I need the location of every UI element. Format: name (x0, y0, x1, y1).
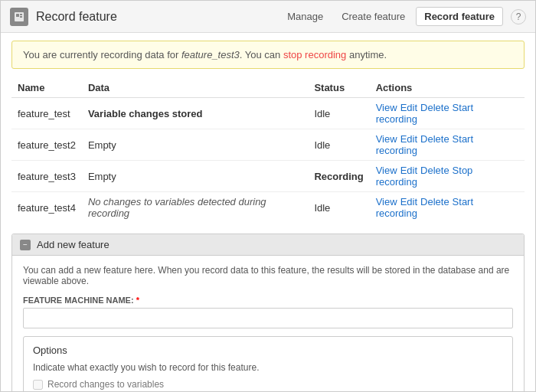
cell-name: feature_test4 (11, 192, 82, 224)
main-window: Record feature Manage Create feature Rec… (0, 0, 536, 392)
options-title: Options (33, 345, 503, 356)
feature-name-label: FEATURE MACHINE NAME: * (23, 296, 513, 305)
svg-rect-0 (15, 12, 24, 21)
add-feature-header[interactable]: − Add new feature (12, 234, 524, 256)
nav-create-feature[interactable]: Create feature (334, 8, 413, 25)
cell-actions: ViewEditDeleteStart recording (370, 129, 525, 161)
col-name: Name (11, 78, 82, 98)
svg-rect-1 (16, 14, 19, 17)
alert-text-after: anytime. (346, 49, 387, 60)
cell-data: No changes to variables detected during … (82, 192, 308, 224)
checkbox-variables[interactable] (33, 380, 43, 390)
cell-data: Empty (82, 161, 308, 192)
cell-data: Empty (82, 129, 308, 161)
cell-name: feature_test2 (11, 129, 82, 161)
svg-rect-2 (20, 14, 22, 15)
cell-status: Idle (308, 192, 369, 224)
nav-bar: Manage Create feature Record feature ? (279, 7, 526, 26)
cell-name: feature_test (11, 98, 82, 129)
nav-record-feature[interactable]: Record feature (416, 7, 503, 26)
add-feature-title: Add new feature (37, 239, 109, 250)
feature-name-input[interactable] (23, 308, 513, 328)
alert-text-before: You are currently recording data for (23, 49, 181, 60)
app-icon (10, 8, 28, 26)
page-title: Record feature (36, 10, 279, 24)
action-delete-0[interactable]: Delete (420, 102, 449, 113)
alert-feature-name: feature_test3 (181, 49, 240, 60)
collapse-icon: − (20, 240, 31, 250)
help-button[interactable]: ? (511, 9, 526, 24)
action-edit-2[interactable]: Edit (400, 165, 417, 176)
table-row: feature_test3EmptyRecordingViewEditDelet… (11, 161, 525, 192)
add-feature-body: You can add a new feature here. When you… (12, 256, 524, 391)
content-area: You are currently recording data for fea… (1, 33, 535, 391)
add-feature-description: You can add a new feature here. When you… (23, 265, 513, 286)
action-edit-3[interactable]: Edit (400, 196, 417, 207)
options-box: Options Indicate what exactly you wish t… (23, 336, 513, 391)
cell-actions: ViewEditDeleteStart recording (370, 192, 525, 224)
cell-data: Variable changes stored (82, 98, 308, 129)
cell-status: Idle (308, 129, 369, 161)
stop-recording-link[interactable]: stop recording (283, 49, 346, 60)
cell-name: feature_test3 (11, 161, 82, 192)
col-actions: Actions (370, 78, 525, 98)
action-view-0[interactable]: View (376, 102, 397, 113)
alert-banner: You are currently recording data for fea… (11, 41, 525, 69)
table-row: feature_test4No changes to variables det… (11, 192, 525, 224)
action-edit-1[interactable]: Edit (400, 133, 417, 145)
svg-rect-3 (20, 16, 22, 18)
table-header-row: Name Data Status Actions (11, 78, 525, 98)
cell-actions: ViewEditDeleteStart recording (370, 98, 525, 129)
col-data: Data (82, 78, 308, 98)
cell-status: Idle (308, 98, 369, 129)
header: Record feature Manage Create feature Rec… (1, 1, 535, 33)
table-row: feature_testVariable changes storedIdleV… (11, 98, 525, 129)
alert-text-middle: . You can (240, 49, 283, 60)
action-view-3[interactable]: View (376, 196, 397, 207)
features-table: Name Data Status Actions feature_testVar… (11, 78, 525, 223)
options-description: Indicate what exactly you wish to record… (33, 362, 503, 373)
table-row: feature_test2EmptyIdleViewEditDeleteStar… (11, 129, 525, 161)
checkbox-variables-label: Record changes to variables (47, 379, 164, 390)
checkbox-variables-row[interactable]: Record changes to variables (33, 379, 503, 390)
action-view-2[interactable]: View (376, 165, 397, 176)
cell-status: Recording (308, 161, 369, 192)
action-delete-1[interactable]: Delete (420, 133, 449, 145)
action-edit-0[interactable]: Edit (400, 102, 417, 113)
action-view-1[interactable]: View (376, 133, 397, 145)
required-indicator: * (136, 296, 139, 305)
action-delete-2[interactable]: Delete (420, 165, 449, 176)
cell-actions: ViewEditDeleteStop recording (370, 161, 525, 192)
add-feature-section: − Add new feature You can add a new feat… (11, 234, 525, 391)
action-delete-3[interactable]: Delete (420, 196, 449, 207)
nav-manage[interactable]: Manage (279, 8, 331, 25)
col-status: Status (308, 78, 369, 98)
